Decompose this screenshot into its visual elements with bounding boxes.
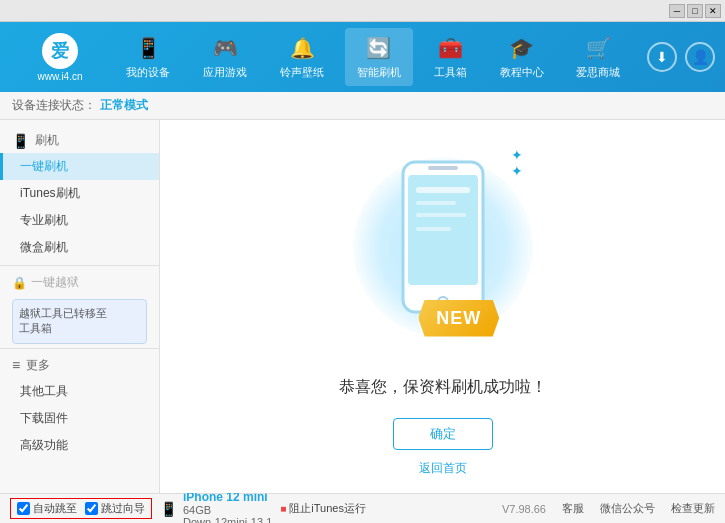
logo-area[interactable]: 爱 www.i4.cn [10,33,110,82]
nav-label-tutorials: 教程中心 [500,65,544,80]
skip-wizard-label: 跳过向导 [101,501,145,516]
title-bar: ─ □ ✕ [0,0,725,22]
stop-itunes-btn[interactable]: ■ 阻止iTunes运行 [280,501,366,516]
home-link[interactable]: 返回首页 [419,460,467,477]
maximize-btn[interactable]: □ [687,4,703,18]
skip-wizard-checkbox-item[interactable]: 跳过向导 [85,501,145,516]
sidebar-section-more[interactable]: ≡ 更多 [0,353,159,378]
device-details-block: iPhone 12 mini 64GB Down-12mini-13,1 [183,490,272,524]
device-info: 📱 iPhone 12 mini 64GB Down-12mini-13,1 [160,490,272,524]
customer-service-link[interactable]: 客服 [562,501,584,516]
status-value: 正常模式 [100,97,148,114]
flash-section-icon: 📱 [12,133,29,149]
minimize-btn[interactable]: ─ [669,4,685,18]
auto-start-checkbox[interactable] [17,502,30,515]
sidebar-item-advanced[interactable]: 高级功能 [0,432,159,459]
svg-rect-6 [416,213,466,217]
sidebar-divider-1 [0,265,159,266]
bottom-left: 自动跳至 跳过向导 📱 iPhone 12 mini 64GB Down-12m… [10,490,366,524]
stop-icon: ■ [280,503,286,514]
my-device-icon: 📱 [134,34,162,62]
bottom-bar: 自动跳至 跳过向导 📱 iPhone 12 mini 64GB Down-12m… [0,493,725,523]
device-system: Down-12mini-13,1 [183,516,272,524]
nav-label-my-device: 我的设备 [126,65,170,80]
sidebar-item-download-firmware[interactable]: 下载固件 [0,405,159,432]
logo-icon: 爱 [42,33,78,69]
sidebar-section-jailbreak: 🔒 一键越狱 [0,270,159,295]
sidebar-item-pro-flash[interactable]: 专业刷机 [0,207,159,234]
nav-label-shop: 爱思商城 [576,65,620,80]
nav-item-tutorials[interactable]: 🎓 教程中心 [488,28,556,86]
success-text: 恭喜您，保资料刷机成功啦！ [339,377,547,398]
shop-icon: 🛒 [584,34,612,62]
nav-items: 📱 我的设备 🎮 应用游戏 🔔 铃声壁纸 🔄 智能刷机 🧰 工具箱 🎓 教程中心… [110,28,637,86]
phone-illustration: NEW ✦✦ [343,137,543,357]
apps-games-icon: 🎮 [211,34,239,62]
status-label: 设备连接状态： [12,97,96,114]
nav-label-smart-flash: 智能刷机 [357,65,401,80]
tutorials-icon: 🎓 [508,34,536,62]
sidebar-item-other-tools[interactable]: 其他工具 [0,378,159,405]
checkbox-group: 自动跳至 跳过向导 [10,498,152,519]
nav-label-toolbox: 工具箱 [434,65,467,80]
toolbox-icon: 🧰 [436,34,464,62]
status-bar: 设备连接状态： 正常模式 [0,92,725,120]
sidebar-item-itunes-flash[interactable]: iTunes刷机 [0,180,159,207]
more-section-icon: ≡ [12,357,20,373]
nav-item-ringtones[interactable]: 🔔 铃声壁纸 [268,28,336,86]
nav-item-apps-games[interactable]: 🎮 应用游戏 [191,28,259,86]
nav-item-smart-flash[interactable]: 🔄 智能刷机 [345,28,413,86]
window-controls[interactable]: ─ □ ✕ [669,4,721,18]
nav-item-toolbox[interactable]: 🧰 工具箱 [422,28,479,86]
svg-rect-2 [428,166,458,170]
close-btn[interactable]: ✕ [705,4,721,18]
download-btn[interactable]: ⬇ [647,42,677,72]
nav-label-ringtones: 铃声壁纸 [280,65,324,80]
svg-rect-7 [416,227,451,231]
nav-item-shop[interactable]: 🛒 爱思商城 [564,28,632,86]
nav-item-my-device[interactable]: 📱 我的设备 [114,28,182,86]
new-badge: NEW [418,300,499,337]
version-text: V7.98.66 [502,503,546,515]
jailbreak-label: 一键越狱 [31,274,79,291]
device-icon: 📱 [160,501,177,517]
user-btn[interactable]: 👤 [685,42,715,72]
lock-icon: 🔒 [12,276,27,290]
header: 爱 www.i4.cn 📱 我的设备 🎮 应用游戏 🔔 铃声壁纸 🔄 智能刷机 … [0,22,725,92]
stop-itunes-label: 阻止iTunes运行 [289,501,366,516]
check-update-link[interactable]: 检查更新 [671,501,715,516]
header-right: ⬇ 👤 [647,42,715,72]
auto-start-label: 自动跳至 [33,501,77,516]
device-storage: 64GB [183,504,272,516]
wechat-link[interactable]: 微信公众号 [600,501,655,516]
sidebar-item-one-key-flash[interactable]: 一键刷机 [0,153,159,180]
sidebar: 📱 刷机 一键刷机 iTunes刷机 专业刷机 微盒刷机 🔒 一键越狱 越狱工具… [0,120,160,493]
svg-rect-4 [416,187,470,193]
flash-section-label: 刷机 [35,132,59,149]
logo-text: www.i4.cn [37,71,82,82]
auto-start-checkbox-item[interactable]: 自动跳至 [17,501,77,516]
skip-wizard-checkbox[interactable] [85,502,98,515]
svg-rect-5 [416,201,456,205]
confirm-button[interactable]: 确定 [393,418,493,450]
sparkles: ✦✦ [511,147,523,179]
main-layout: 📱 刷机 一键刷机 iTunes刷机 专业刷机 微盒刷机 🔒 一键越狱 越狱工具… [0,120,725,493]
sidebar-divider-2 [0,348,159,349]
sidebar-notice: 越狱工具已转移至工具箱 [12,299,147,344]
smart-flash-icon: 🔄 [365,34,393,62]
ringtones-icon: 🔔 [288,34,316,62]
sidebar-section-flash[interactable]: 📱 刷机 [0,128,159,153]
sidebar-item-save-flash[interactable]: 微盒刷机 [0,234,159,261]
bottom-right: V7.98.66 客服 微信公众号 检查更新 [502,501,715,516]
content-area: NEW ✦✦ 恭喜您，保资料刷机成功啦！ 确定 返回首页 [160,120,725,493]
nav-label-apps-games: 应用游戏 [203,65,247,80]
more-section-label: 更多 [26,357,50,374]
phone-svg [398,157,488,317]
